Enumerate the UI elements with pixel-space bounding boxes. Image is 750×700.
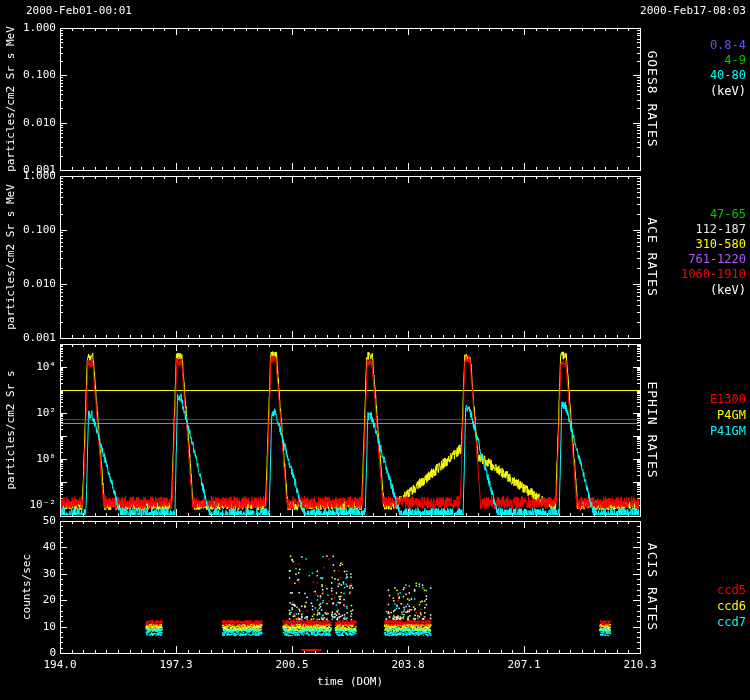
goes8-legend-units: (keV) (636, 84, 746, 98)
end-date-label: 2000-Feb17-08:03 (640, 4, 746, 18)
acis-ytick-1: 50 (14, 514, 56, 528)
acis-legend-ccd5: ccd5 (636, 583, 746, 597)
ace-ytick-1: 1.000 (14, 169, 56, 183)
radiation-monitor-plot: 2000-Feb01-00:01 2000-Feb17-08:03 1.000 … (0, 0, 750, 700)
ace-legend-channel-5: 1060-1910 (636, 267, 746, 281)
goes8-y-axis-title: particles/cm2 Sr s MeV (4, 26, 17, 172)
ace-legend-channel-4: 761-1220 (636, 252, 746, 266)
ephin-ytick-3: 10⁰ (14, 452, 56, 466)
start-date-label: 2000-Feb01-00:01 (26, 4, 132, 18)
ace-legend-channel-1: 47-65 (636, 207, 746, 221)
ace-ytick-4: 0.001 (14, 331, 56, 345)
ace-ytick-2: 0.100 (14, 223, 56, 237)
goes8-ytick-2: 0.100 (14, 68, 56, 82)
goes8-legend-channel-1: 0.8-4 (636, 38, 746, 52)
acis-ytick-2: 40 (14, 540, 56, 554)
ace-legend-channel-3: 310-580 (636, 237, 746, 251)
ace-legend-units: (keV) (636, 283, 746, 297)
ephin-ytick-1: 10⁴ (14, 360, 56, 374)
xtick-3: 200.5 (262, 658, 322, 672)
xtick-1: 194.0 (30, 658, 90, 672)
ephin-ytick-2: 10² (14, 406, 56, 420)
ace-y-axis-title: particles/cm2 Sr s MeV (4, 184, 17, 330)
ephin-legend-e1300: E1300 (636, 392, 746, 406)
ace-legend-channel-2: 112-187 (636, 222, 746, 236)
xtick-2: 197.3 (146, 658, 206, 672)
ephin-legend-p41gm: P41GM (636, 424, 746, 438)
ephin-y-axis-title: particles/cm2 Sr s (4, 370, 17, 489)
goes8-ytick-1: 1.000 (14, 21, 56, 35)
acis-y-axis-title: counts/sec (20, 554, 33, 620)
goes8-legend-channel-3: 40-80 (636, 68, 746, 82)
ephin-legend-p4gm: P4GM (636, 408, 746, 422)
goes8-ytick-3: 0.010 (14, 116, 56, 130)
goes8-legend-channel-2: 4-9 (636, 53, 746, 67)
acis-legend-ccd6: ccd6 (636, 599, 746, 613)
xtick-6: 210.3 (610, 658, 670, 672)
xtick-4: 203.8 (378, 658, 438, 672)
acis-legend-ccd7: ccd7 (636, 615, 746, 629)
x-axis-title: time (DOM) (250, 675, 450, 689)
xtick-5: 207.1 (494, 658, 554, 672)
ace-ytick-3: 0.010 (14, 277, 56, 291)
acis-ytick-5: 10 (14, 620, 56, 634)
ephin-ytick-4: 10⁻² (14, 498, 56, 512)
